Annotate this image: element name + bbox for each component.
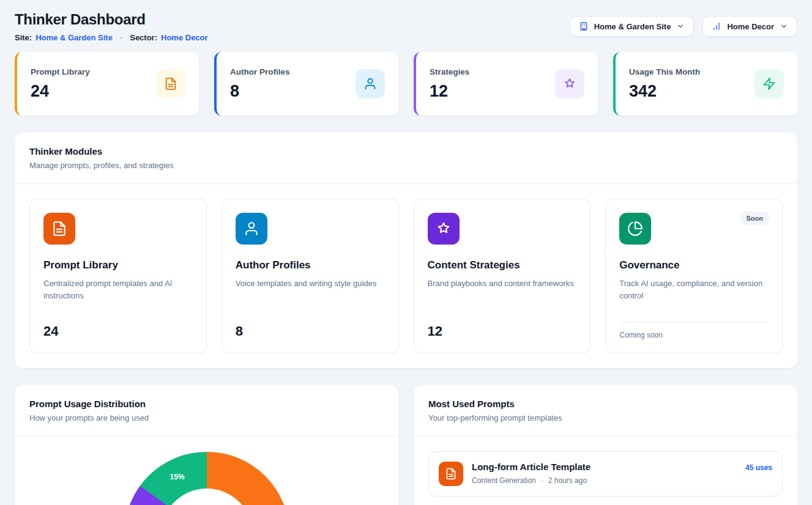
prompt-time: 2 hours ago [548,476,587,485]
sparkles-icon [428,213,460,245]
prompts-panel-title: Most Used Prompts [428,399,783,409]
stat-label: Usage This Month [629,67,700,76]
modules-header: Thinker Modules Manage prompts, profiles… [15,133,797,184]
document-icon [156,69,185,98]
most-used-prompts-panel: Most Used Prompts Your top-performing pr… [414,385,797,505]
stat-value: 8 [230,82,290,101]
module-description: Voice templates and writing style guides [236,278,385,323]
module-card-prompt-library[interactable]: Prompt Library Centralized prompt templa… [29,199,207,353]
usage-panel-subtitle: How your prompts are being used [29,413,384,422]
prompt-category: Content Generation [472,476,536,485]
site-selector-label: Home & Garden Site [594,22,671,31]
stat-label: Author Profiles [230,67,290,76]
module-card-author-profiles[interactable]: Author Profiles Voice templates and writ… [222,199,399,353]
pie-chart-icon [619,213,651,245]
meta-separator: · [541,476,543,485]
header-left: Thinker Dashboard Site: Home & Garden Si… [15,11,208,42]
stat-card-prompt-library: Prompt Library 24 [15,52,199,116]
site-link[interactable]: Home & Garden Site [35,33,113,42]
bar-chart-icon [712,21,721,31]
prompts-panel-subtitle: Your top-performing prompt templates [428,413,783,422]
stat-text: Strategies 12 [430,67,469,101]
chevron-down-icon [676,22,685,31]
bolt-icon [754,69,784,98]
person-icon [356,69,385,98]
coming-soon-text: Coming soon [619,322,769,339]
document-icon [43,213,75,245]
module-card-content-strategies[interactable]: Content Strategies Brand playbooks and c… [414,199,591,353]
module-title: Author Profiles [236,259,385,271]
donut-hole [161,488,253,505]
stat-card-strategies: Strategies 12 [414,52,598,116]
dashboard-page: Thinker Dashboard Site: Home & Garden Si… [0,0,812,505]
stat-value: 342 [629,82,700,101]
donut-segment-label: 15% [170,473,185,481]
stat-value: 24 [31,82,90,101]
site-selector-dropdown[interactable]: Home & Garden Site [570,16,695,37]
module-title: Prompt Library [43,259,193,271]
module-title: Content Strategies [428,259,577,271]
bottom-row: Prompt Usage Distribution How your promp… [15,385,797,505]
prompt-list-item[interactable]: Long-form Article Template Content Gener… [428,451,783,496]
document-icon [439,462,463,486]
page-header: Thinker Dashboard Site: Home & Garden Si… [15,11,797,42]
modules-subtitle: Manage prompts, profiles, and strategies [29,161,783,170]
page-title: Thinker Dashboard [15,11,208,28]
sector-link[interactable]: Home Decor [161,33,208,42]
stat-text: Usage This Month 342 [629,67,700,101]
prompts-panel-header: Most Used Prompts Your top-performing pr… [414,385,797,437]
modules-grid: Prompt Library Centralized prompt templa… [15,184,797,368]
module-title: Governance [619,259,769,271]
modules-title: Thinker Modules [29,146,783,157]
person-icon [236,213,267,245]
module-card-governance[interactable]: Soon Governance Track AI usage, complian… [605,199,783,353]
stat-text: Prompt Library 24 [31,67,90,101]
header-selectors: Home & Garden Site Home Decor [570,16,797,37]
module-stat: 8 [236,323,385,339]
stat-text: Author Profiles 8 [230,67,290,101]
breadcrumb-separator: · [120,33,122,42]
soon-badge: Soon [740,212,770,225]
sector-selector-label: Home Decor [727,22,774,31]
stat-label: Prompt Library [31,67,90,76]
usage-panel-header: Prompt Usage Distribution How your promp… [15,385,398,437]
usage-panel-title: Prompt Usage Distribution [29,399,384,409]
module-description: Track AI usage, compliance, and version … [619,278,769,322]
module-stat: 12 [428,323,577,339]
stat-label: Strategies [430,67,469,76]
thinker-modules-section: Thinker Modules Manage prompts, profiles… [15,133,797,368]
usage-donut: 15% [124,452,289,505]
stats-row: Prompt Library 24 Author Profiles 8 Stra… [15,52,797,116]
sparkles-icon [555,69,584,98]
stat-value: 12 [430,82,469,101]
chevron-down-icon [780,22,788,31]
sector-label: Sector: [130,33,157,42]
module-description: Centralized prompt templates and AI inst… [43,278,193,323]
site-label: Site: [15,33,32,42]
module-stat: 24 [43,323,193,339]
donut-chart-area: 15% [15,437,398,505]
prompt-usage-panel: Prompt Usage Distribution How your promp… [15,385,398,505]
building-icon [579,21,589,31]
prompt-meta: Content Generation · 2 hours ago [472,476,737,485]
prompt-uses-count: 45 uses [745,462,772,472]
stat-card-author-profiles: Author Profiles 8 [214,52,398,116]
stat-card-usage: Usage This Month 342 [613,52,797,116]
prompt-title: Long-form Article Template [472,462,737,472]
site-breadcrumb: Site: Home & Garden Site · Sector: Home … [15,33,208,42]
prompt-info: Long-form Article Template Content Gener… [472,462,737,485]
sector-selector-dropdown[interactable]: Home Decor [702,16,797,37]
module-description: Brand playbooks and content frameworks [428,278,577,323]
